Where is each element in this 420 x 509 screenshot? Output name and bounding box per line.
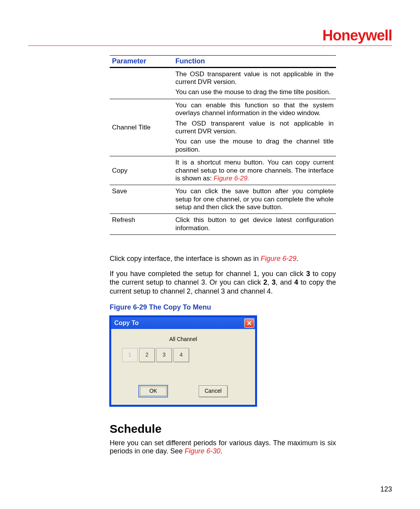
text: , [267,278,271,286]
section-heading-schedule: Schedule [110,422,336,436]
func-text: You can enable this function so that the… [175,101,334,117]
th-function: Function [173,56,336,68]
ok-button[interactable]: OK [139,385,168,397]
channel-button-3[interactable]: 3 [156,348,172,362]
text-bold: 3 [272,278,276,286]
text: Here you can set different periods for v… [110,439,336,455]
cancel-button[interactable]: Cancel [199,385,228,397]
paragraph: Here you can set different periods for v… [110,439,336,456]
text: , and [276,278,294,286]
page-number: 123 [380,485,392,493]
th-parameter: Parameter [110,56,173,68]
paragraph: Click copy interface, the interface is s… [110,254,336,263]
figure-caption: Figure 6-29 The Copy To Menu [110,303,336,312]
parameter-table: Parameter Function The OSD transparent v… [110,55,336,235]
cell-func: Click this button to get device latest c… [173,214,336,235]
cell-func: You can click the save button after you … [173,185,336,214]
cell-param: Save [110,185,173,214]
figure-ref: Figure 6-29 [261,255,296,262]
channel-button-4[interactable]: 4 [173,348,189,362]
brand-logo: Honeywell [28,27,392,44]
cell-param: Refresh [110,214,173,235]
dialog-titlebar[interactable]: Copy To [111,317,255,329]
func-text: The OSD transparent value is not applica… [175,120,334,136]
cell-func: You can enable this function so that the… [173,99,336,156]
func-text: It is a shortcut menu button. You can co… [175,159,334,182]
text-bold: 3 [306,270,310,278]
paragraph: If you have completed the setup for chan… [110,269,336,296]
figure-ref: Figure 6-30 [185,447,220,455]
text: If you have completed the setup for chan… [110,270,306,278]
channel-button-1[interactable]: 1 [122,348,138,362]
func-text: The OSD transparent value is not applica… [175,70,334,86]
dialog-title: Copy To [114,319,139,327]
close-icon[interactable] [244,318,254,328]
func-text: You can click the save button after you … [175,187,334,211]
text-bold: 2 [263,278,267,286]
text-bold: 4 [294,278,298,286]
cell-param: Channel Title [110,99,173,156]
text: Click copy interface, the interface is s… [110,255,261,262]
cell-func: It is a shortcut menu button. You can co… [173,156,336,185]
header-divider [28,45,392,46]
cell-param [110,67,173,99]
all-channel-label: All Channel [117,336,250,343]
cell-param: Copy [110,156,173,185]
text: . [296,255,298,262]
cell-func: The OSD transparent value is not applica… [173,67,336,99]
channel-button-2[interactable]: 2 [139,348,155,362]
func-text: You can use the mouse to drag the time t… [175,88,334,96]
copy-to-dialog: Copy To All Channel 1 2 3 4 OK Cancel [110,316,257,406]
channel-buttons: 1 2 3 4 [122,348,250,362]
func-text: You can use the mouse to drag the channe… [175,138,334,154]
figure-ref: Figure 6-29. [214,175,249,182]
dialog-body: All Channel 1 2 3 4 OK Cancel [111,329,255,405]
text: . [220,447,222,455]
func-text: Click this button to get device latest c… [175,216,334,232]
